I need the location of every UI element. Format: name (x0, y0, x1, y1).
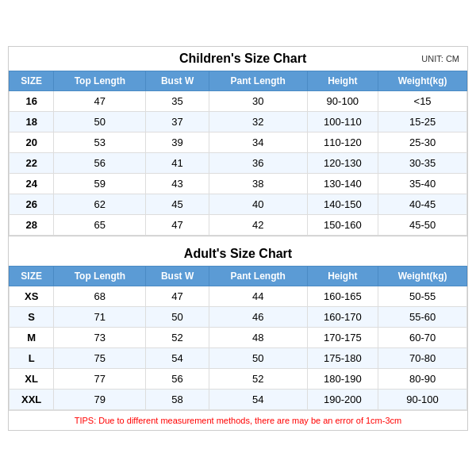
table-cell: 54 (146, 347, 209, 368)
table-cell: 24 (10, 173, 54, 194)
table-cell: 22 (10, 152, 54, 173)
table-cell: 47 (146, 286, 209, 306)
table-cell: 77 (54, 368, 146, 389)
table-cell: XL (10, 368, 54, 389)
table-cell: 90-100 (378, 389, 467, 409)
tips-text: TIPS: Due to different measurement metho… (9, 410, 467, 430)
table-cell: 110-120 (307, 132, 378, 152)
table-cell: 170-175 (307, 327, 378, 347)
children-header-bust-w: Bust W (146, 71, 209, 90)
table-cell: 73 (54, 327, 146, 347)
table-row: L755450175-18070-80 (10, 347, 467, 368)
table-cell: 48 (209, 327, 307, 347)
table-cell: 38 (209, 173, 307, 194)
table-cell: 54 (209, 389, 307, 409)
table-row: XXL795854190-20090-100 (10, 389, 467, 409)
table-cell: 39 (146, 132, 209, 152)
children-header-top-length: Top Length (54, 71, 146, 90)
table-row: S715046160-17055-60 (10, 306, 467, 327)
table-cell: XXL (10, 389, 54, 409)
adult-table: SIZE Top Length Bust W Pant Length Heigh… (9, 266, 467, 410)
table-row: M735248170-17560-70 (10, 327, 467, 347)
table-cell: 60-70 (378, 327, 467, 347)
table-cell: 50 (54, 111, 146, 132)
table-cell: M (10, 327, 54, 347)
table-cell: S (10, 306, 54, 327)
table-cell: 40-45 (378, 194, 467, 214)
table-cell: 45-50 (378, 214, 467, 235)
table-cell: 16 (10, 90, 54, 111)
table-cell: 30 (209, 90, 307, 111)
table-cell: 25-30 (378, 132, 467, 152)
table-row: 18503732100-11015-25 (10, 111, 467, 132)
adult-chart-title: Adult's Size Chart (17, 247, 459, 261)
table-cell: 70-80 (378, 347, 467, 368)
adult-header-pant-length: Pant Length (209, 266, 307, 286)
children-header-size: SIZE (10, 71, 54, 90)
table-cell: 50 (209, 347, 307, 368)
table-cell: 190-200 (307, 389, 378, 409)
adult-title-row: Adult's Size Chart (9, 242, 467, 266)
table-cell: 80-90 (378, 368, 467, 389)
table-row: 1647353090-100<15 (10, 90, 467, 111)
table-cell: 35-40 (378, 173, 467, 194)
table-cell: 150-160 (307, 214, 378, 235)
table-cell: 68 (54, 286, 146, 306)
table-cell: 71 (54, 306, 146, 327)
table-cell: 47 (54, 90, 146, 111)
table-cell: 34 (209, 132, 307, 152)
table-cell: 43 (146, 173, 209, 194)
table-cell: 175-180 (307, 347, 378, 368)
table-cell: 100-110 (307, 111, 378, 132)
table-row: XS684744160-16550-55 (10, 286, 467, 306)
table-cell: 41 (146, 152, 209, 173)
table-cell: 42 (209, 214, 307, 235)
children-title-row: Children's Size Chart UNIT: CM (9, 47, 467, 71)
table-cell: 65 (54, 214, 146, 235)
table-cell: 20 (10, 132, 54, 152)
children-table: SIZE Top Length Bust W Pant Length Heigh… (9, 71, 467, 236)
table-cell: 35 (146, 90, 209, 111)
children-chart-section: Children's Size Chart UNIT: CM SIZE Top … (9, 47, 467, 236)
children-header-pant-length: Pant Length (209, 71, 307, 90)
table-cell: 46 (209, 306, 307, 327)
table-cell: 47 (146, 214, 209, 235)
table-row: 24594338130-14035-40 (10, 173, 467, 194)
adult-header-height: Height (307, 266, 378, 286)
table-cell: 45 (146, 194, 209, 214)
size-chart-container: Children's Size Chart UNIT: CM SIZE Top … (8, 46, 468, 431)
children-chart-title: Children's Size Chart (64, 52, 421, 66)
table-cell: 50 (146, 306, 209, 327)
table-cell: 56 (146, 368, 209, 389)
adult-chart-section: Adult's Size Chart SIZE Top Length Bust … (9, 242, 467, 410)
adult-header-weight: Weight(kg) (378, 266, 467, 286)
table-cell: XS (10, 286, 54, 306)
adult-header-row: SIZE Top Length Bust W Pant Length Heigh… (10, 266, 467, 286)
unit-label: UNIT: CM (421, 54, 459, 63)
table-row: 28654742150-16045-50 (10, 214, 467, 235)
table-row: 20533934110-12025-30 (10, 132, 467, 152)
table-row: 22564136120-13030-35 (10, 152, 467, 173)
table-cell: 52 (209, 368, 307, 389)
table-cell: 160-165 (307, 286, 378, 306)
table-cell: 58 (146, 389, 209, 409)
table-cell: 30-35 (378, 152, 467, 173)
table-cell: 36 (209, 152, 307, 173)
table-cell: 140-150 (307, 194, 378, 214)
table-cell: 75 (54, 347, 146, 368)
table-cell: 79 (54, 389, 146, 409)
table-cell: 53 (54, 132, 146, 152)
table-cell: 28 (10, 214, 54, 235)
adult-header-bust-w: Bust W (146, 266, 209, 286)
table-cell: 59 (54, 173, 146, 194)
table-cell: 44 (209, 286, 307, 306)
table-cell: 180-190 (307, 368, 378, 389)
adult-header-top-length: Top Length (54, 266, 146, 286)
table-row: XL775652180-19080-90 (10, 368, 467, 389)
table-cell: 120-130 (307, 152, 378, 173)
table-cell: 160-170 (307, 306, 378, 327)
table-cell: 18 (10, 111, 54, 132)
adult-header-size: SIZE (10, 266, 54, 286)
children-header-weight: Weight(kg) (378, 71, 467, 90)
children-header-row: SIZE Top Length Bust W Pant Length Heigh… (10, 71, 467, 90)
